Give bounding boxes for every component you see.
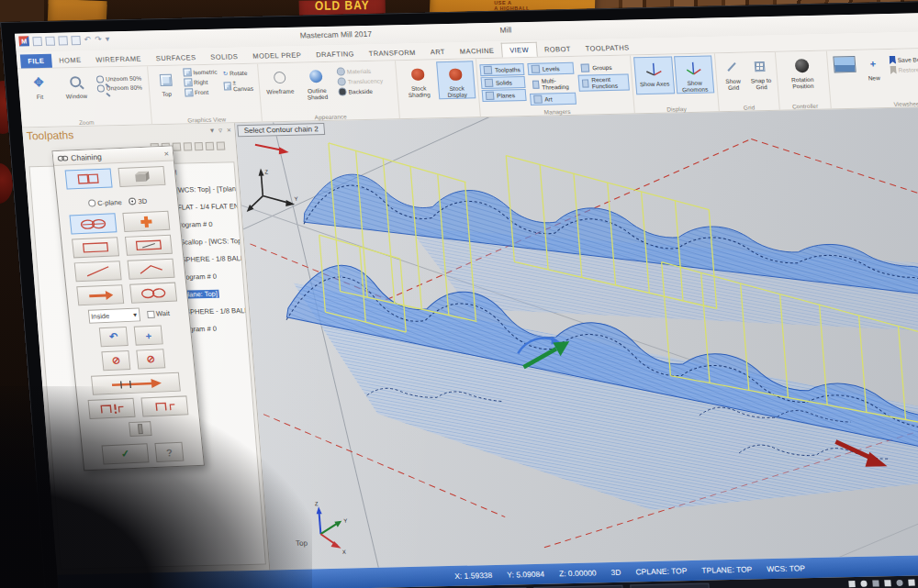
toolbar-icon[interactable] [206, 142, 215, 150]
single-select-button[interactable] [125, 235, 173, 256]
toggle-planes-manager[interactable]: Planes [482, 89, 527, 102]
tray-icon[interactable] [872, 580, 879, 586]
redo-icon[interactable]: ↷ [95, 35, 102, 45]
chain-options-button[interactable] [88, 398, 136, 419]
tab-transform[interactable]: TRANSFORM [361, 46, 423, 61]
3d-radio[interactable] [129, 197, 137, 205]
zoom-window-button[interactable]: Window [57, 70, 95, 100]
controller-ball-icon [794, 59, 809, 72]
wireframe-button[interactable]: Wireframe [261, 65, 298, 102]
tab-drafting[interactable]: DRAFTING [308, 47, 363, 61]
tab-toolpaths[interactable]: TOOLPATHS [577, 40, 637, 55]
tab-solids[interactable]: SOLIDS [203, 50, 246, 64]
tab-view[interactable]: VIEW [501, 42, 538, 58]
chain-tool-button[interactable] [129, 421, 152, 437]
undo-icon[interactable]: ↶ [84, 35, 91, 45]
viewsheet-new-button[interactable]: + New [862, 51, 885, 82]
toolbar-icon[interactable] [184, 142, 193, 150]
tab-file[interactable]: FILE [20, 54, 52, 69]
tab-surfaces[interactable]: SURFACES [148, 50, 204, 65]
backside-button[interactable]: Backside [336, 86, 386, 97]
qat-dropdown-icon[interactable]: ▾ [105, 34, 109, 44]
unzoom-80-button[interactable]: Unzoom 80% [95, 83, 144, 94]
toggle-recent-functions[interactable]: Recent Functions [578, 73, 630, 91]
selection-mode-dropdown[interactable]: Inside ▾ [87, 307, 140, 323]
cplane-selector[interactable]: CPLANE: TOP [635, 566, 688, 576]
stock-display-button[interactable]: Stock Display [437, 61, 476, 99]
chaining-dialog-titlebar[interactable]: Chaining × [53, 146, 174, 166]
graphics-viewport[interactable]: Select Contour chain 2 [235, 105, 918, 570]
view-top-button[interactable]: Top [151, 68, 181, 99]
toggle-levels-manager[interactable]: Levels [527, 62, 574, 75]
panel-pin-icon[interactable]: ▿ [218, 127, 223, 135]
open-file-icon[interactable] [45, 36, 55, 45]
restore-bookmark-button[interactable]: Restore Bookmarks [888, 63, 918, 75]
outline-shaded-button[interactable]: Outline Shaded [297, 64, 335, 101]
mode-3d-toggle[interactable]: 3D [610, 568, 621, 577]
vector-select-button[interactable] [76, 284, 124, 305]
cplane-radio[interactable] [88, 199, 96, 206]
tray-icon[interactable] [884, 580, 891, 586]
viewport-canvas[interactable]: Y Z [235, 105, 918, 570]
rotate-icon: ↻ [222, 71, 228, 78]
window-select-button[interactable] [72, 237, 119, 258]
panel-dropdown-icon[interactable]: ▾ [210, 127, 215, 135]
toolbar-icon[interactable] [195, 142, 204, 150]
toggle-groups-manager[interactable]: Groups [577, 61, 629, 74]
shaded-sphere-icon [309, 70, 323, 83]
tab-model-prep[interactable]: MODEL PREP [245, 48, 309, 63]
panel-close-icon[interactable]: × [227, 126, 231, 134]
tab-machine[interactable]: MACHINE [452, 44, 502, 59]
show-grid-button[interactable]: Show Grid [718, 55, 747, 92]
save-icon[interactable] [58, 36, 68, 45]
chain-select-button[interactable] [69, 213, 117, 234]
canvas-button[interactable]: ± Canvas [221, 77, 256, 94]
tab-wireframe[interactable]: WIREFRAME [88, 51, 150, 66]
toggle-multithreading-manager[interactable]: Multi-Threading [528, 75, 576, 93]
wcs-selector[interactable]: WCS: TOP [767, 563, 806, 573]
chain-mode-solid-button[interactable] [118, 166, 165, 187]
reverse-chain-button[interactable]: ↶ [99, 327, 129, 347]
wait-checkbox[interactable]: Wait [147, 309, 171, 318]
help-button[interactable]: ? [154, 442, 184, 462]
new-file-icon[interactable] [32, 36, 42, 45]
tab-art[interactable]: ART [422, 45, 453, 60]
solids-manager-icon [485, 79, 494, 87]
viewsheet-onoff-button[interactable] [830, 52, 859, 76]
toggle-toolpaths-manager[interactable]: Toolpaths [479, 63, 524, 76]
snap-to-grid-button[interactable]: Snap to Grid [746, 54, 776, 91]
ok-button[interactable]: ✓ [102, 443, 150, 464]
add-chain-button[interactable]: + [134, 325, 163, 345]
chain-feature-button[interactable] [140, 395, 188, 416]
toggle-solids-manager[interactable]: Solids [481, 76, 526, 89]
view-front-button[interactable]: Front [183, 87, 221, 98]
unselect-all-button[interactable]: ⊘ [136, 349, 165, 369]
area-select-button[interactable] [128, 259, 175, 280]
tab-home[interactable]: HOME [51, 53, 89, 68]
print-icon[interactable] [71, 36, 81, 45]
tray-icon[interactable] [908, 580, 915, 586]
partial-chain-button[interactable] [129, 283, 177, 304]
point-select-button[interactable] [122, 211, 170, 232]
rotation-position-button[interactable]: Rotation Position [778, 53, 825, 90]
show-gnomons-button[interactable]: Show Gnomons [674, 55, 715, 94]
tray-icon[interactable] [848, 581, 856, 587]
toggle-art-manager[interactable]: Art [530, 93, 577, 105]
toolbar-icon[interactable] [173, 143, 182, 151]
tray-icon[interactable] [860, 581, 868, 587]
save-bookmark-button[interactable]: Save Bookmark [887, 53, 918, 65]
fit-button[interactable]: ✥ Fit [20, 71, 58, 101]
tplane-selector[interactable]: TPLANE: TOP [701, 565, 753, 575]
unselect-button[interactable]: ⊘ [101, 350, 130, 371]
taskbar-call-app[interactable]: ✆ HowPickAxesCa... [630, 583, 711, 588]
line-select-button[interactable] [74, 261, 122, 282]
chain-mode-wireframe-button[interactable] [65, 168, 113, 189]
tab-robot[interactable]: ROBOT [536, 42, 578, 57]
stock-shading-button[interactable]: Stock Shading [398, 61, 438, 100]
toolbar-icon[interactable] [217, 141, 226, 150]
tray-icon[interactable] [896, 580, 903, 586]
show-axes-button[interactable]: Show Axes [633, 56, 675, 94]
close-icon[interactable]: × [163, 149, 169, 158]
cube-iso-icon [183, 68, 192, 76]
chain-direction-button[interactable] [91, 372, 181, 395]
